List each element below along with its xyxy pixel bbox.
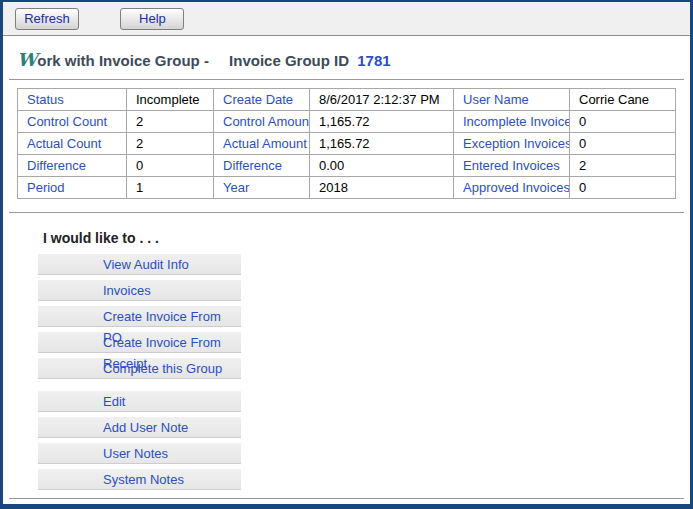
title-text: ork with Invoice Group -	[37, 52, 209, 69]
entered-invoices-label: Entered Invoices	[454, 155, 570, 177]
year-label: Year	[214, 177, 310, 199]
period-value: 1	[127, 177, 214, 199]
table-row: Actual Count 2 Actual Amount 1,165.72 Ex…	[18, 133, 676, 155]
user-name-value: Corrie Cane	[570, 89, 676, 111]
action-edit[interactable]: Edit	[38, 391, 241, 412]
summary-table: Status Incomplete Create Date 8/6/2017 2…	[17, 88, 676, 199]
difference-amount-value: 0.00	[310, 155, 454, 177]
action-system-notes[interactable]: System Notes	[38, 469, 241, 490]
table-row: Period 1 Year 2018 Approved Invoices 0	[18, 177, 676, 199]
actual-amount-label: Actual Amount	[214, 133, 310, 155]
exception-invoices-value: 0	[570, 133, 676, 155]
refresh-button[interactable]: Refresh	[15, 8, 79, 30]
incomplete-invoices-label: Incomplete Invoices	[454, 111, 570, 133]
table-row: Status Incomplete Create Date 8/6/2017 2…	[18, 89, 676, 111]
i-would-like-to-heading: I would like to . . .	[43, 230, 690, 246]
actual-amount-value: 1,165.72	[310, 133, 454, 155]
year-value: 2018	[310, 177, 454, 199]
bottom-separator	[9, 498, 684, 499]
create-date-label: Create Date	[214, 89, 310, 111]
difference-count-value: 0	[127, 155, 214, 177]
status-label: Status	[18, 89, 127, 111]
title-separator	[9, 79, 684, 80]
period-label: Period	[18, 177, 127, 199]
action-complete-this-group[interactable]: Complete this Group	[38, 358, 241, 379]
help-button[interactable]: Help	[120, 8, 184, 30]
incomplete-invoices-value: 0	[570, 111, 676, 133]
action-create-invoice-from-receipt[interactable]: Create Invoice From Receipt	[38, 332, 241, 353]
invoice-group-id-value: 1781	[357, 52, 390, 69]
actual-count-value: 2	[127, 133, 214, 155]
action-view-audit-info[interactable]: View Audit Info	[38, 254, 241, 275]
page-title: Work with Invoice Group - Invoice Group …	[3, 36, 690, 79]
action-user-notes[interactable]: User Notes	[38, 443, 241, 464]
difference-count-label: Difference	[18, 155, 127, 177]
control-amount-label: Control Amount	[214, 111, 310, 133]
action-add-user-note[interactable]: Add User Note	[38, 417, 241, 438]
title-initial-w: W	[17, 49, 37, 70]
invoice-group-window: Refresh Help Work with Invoice Group - I…	[0, 0, 693, 509]
table-row: Control Count 2 Control Amount 1,165.72 …	[18, 111, 676, 133]
action-invoices[interactable]: Invoices	[38, 280, 241, 301]
entered-invoices-value: 2	[570, 155, 676, 177]
approved-invoices-value: 0	[570, 177, 676, 199]
action-create-invoice-from-po[interactable]: Create Invoice From PO	[38, 306, 241, 327]
status-value: Incomplete	[127, 89, 214, 111]
table-row: Difference 0 Difference 0.00 Entered Inv…	[18, 155, 676, 177]
approved-invoices-label: Approved Invoices	[454, 177, 570, 199]
control-count-label: Control Count	[18, 111, 127, 133]
section-separator	[9, 212, 684, 213]
exception-invoices-label: Exception Invoices	[454, 133, 570, 155]
control-amount-value: 1,165.72	[310, 111, 454, 133]
toolbar: Refresh Help	[3, 2, 690, 36]
create-date-value: 8/6/2017 2:12:37 PM	[310, 89, 454, 111]
difference-amount-label: Difference	[214, 155, 310, 177]
control-count-value: 2	[127, 111, 214, 133]
invoice-group-id-label: Invoice Group ID	[229, 52, 349, 69]
action-list: View Audit Info Invoices Create Invoice …	[38, 254, 690, 490]
actual-count-label: Actual Count	[18, 133, 127, 155]
user-name-label: User Name	[454, 89, 570, 111]
